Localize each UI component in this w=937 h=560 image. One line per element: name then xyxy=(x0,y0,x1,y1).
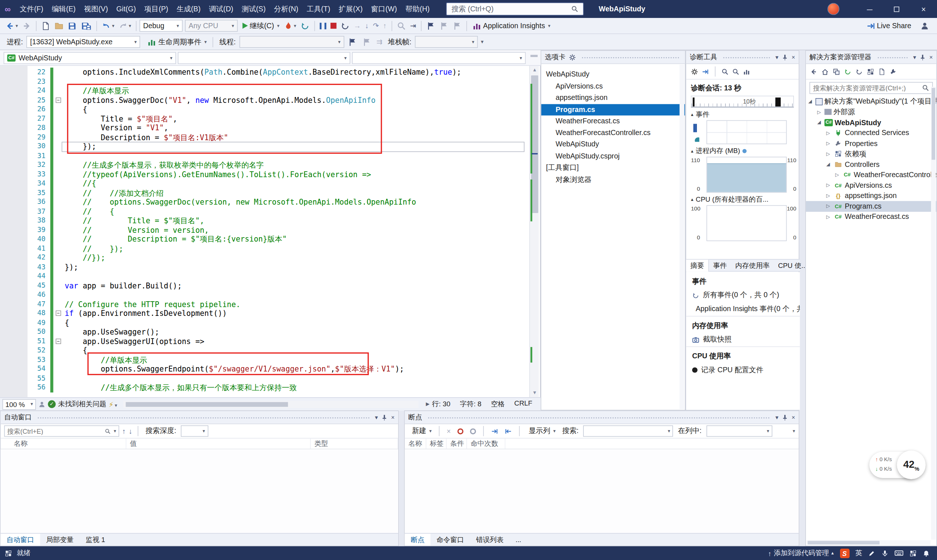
line-indicator[interactable]: 行: 30 xyxy=(432,400,450,409)
tree-item-依赖项[interactable]: ▷依赖项 xyxy=(806,149,937,159)
tabs-panel-scrollbar[interactable] xyxy=(680,65,685,409)
code-line-49[interactable]: 49{ xyxy=(0,318,529,327)
autos-grid-body[interactable] xyxy=(1,449,398,546)
quick-search-box[interactable]: 搜索 (Ctrl+Q) xyxy=(446,3,584,16)
ime-grid-icon[interactable] xyxy=(909,549,917,557)
code-line-48[interactable]: 48−if (app.Environment.IsDevelopment()) xyxy=(0,309,529,318)
menu-扩展(X)[interactable]: 扩展(X) xyxy=(335,0,367,18)
code-line-33[interactable]: 33 //typeof(ApiVersions).GetEnumNames().… xyxy=(0,169,529,178)
delete-breakpoint-button[interactable]: × xyxy=(445,425,452,438)
step-into-button[interactable]: ↓ xyxy=(363,19,371,32)
code-line-56[interactable]: 56 //生成多个版本显示，如果只有一个版本要和上方保持一致 xyxy=(0,383,529,392)
sync-icon[interactable] xyxy=(844,68,851,75)
delete-all-breakpoints-button[interactable] xyxy=(456,425,465,438)
minimize-button[interactable]: ─ xyxy=(856,0,883,18)
autos-search-input[interactable] xyxy=(7,428,103,435)
import-breakpoints-button[interactable] xyxy=(503,425,514,438)
next-bookmark-button[interactable] xyxy=(451,19,463,32)
continue-button[interactable]: 继续(C)▾ xyxy=(241,19,282,32)
show-all-files-icon[interactable] xyxy=(879,68,886,75)
autos-tab-监视 1[interactable]: 监视 1 xyxy=(80,534,111,546)
breakpoints-column-标签[interactable]: 标签 xyxy=(426,438,447,449)
open-document-WeatherForecastController.cs[interactable]: WeatherForecastController.cs xyxy=(542,127,685,139)
cpu-section-header[interactable]: ▴CPU (所有处理器的百... xyxy=(686,192,799,204)
breakpoints-search-input[interactable] xyxy=(586,428,665,435)
tree-item-Properties[interactable]: ▷Properties xyxy=(806,138,937,149)
usage-percent-bubble[interactable]: 42 % xyxy=(897,451,926,479)
code-line-25[interactable]: 25− options.SwaggerDoc("V1", new Microso… xyxy=(0,95,529,105)
stop-debugging-button[interactable] xyxy=(329,19,338,32)
open-document-ApiVersions.cs[interactable]: ApiVersions.cs xyxy=(542,80,685,92)
close-button[interactable]: × xyxy=(910,0,937,18)
code-fix-icon[interactable]: ⚡▾ xyxy=(109,400,117,408)
autos-column-类型[interactable]: 类型 xyxy=(311,438,398,449)
toolbar-overflow-button[interactable]: ▾ xyxy=(481,39,483,45)
code-line-39[interactable]: 39 // Version = version, xyxy=(0,225,529,234)
editor-vertical-scrollbar[interactable]: ▲ ▼ xyxy=(529,66,539,397)
fold-toggle-icon[interactable]: − xyxy=(55,311,61,316)
code-line-50[interactable]: 50 app.UseSwagger(); xyxy=(0,327,529,336)
memory-section-header[interactable]: ▴进程内存 (MB) xyxy=(686,144,799,155)
breakpoints-column-条件[interactable]: 条件 xyxy=(446,438,467,449)
open-document-WebApiStudy.csproj[interactable]: WebApiStudy.csproj xyxy=(542,151,685,162)
code-line-26[interactable]: 26 { xyxy=(0,105,529,114)
scroll-right-icon[interactable]: ▶ xyxy=(426,402,430,407)
code-line-47[interactable]: 47// Configure the HTTP request pipeline… xyxy=(0,299,529,309)
step-over-button[interactable]: ↷ xyxy=(371,19,381,32)
tree-item-Connected-Services[interactable]: ▷Connected Services xyxy=(806,128,937,138)
open-document-对象浏览器[interactable]: 对象浏览器 xyxy=(542,174,685,186)
solution-explorer-header[interactable]: 解决方案资源管理器 ▾ × xyxy=(806,51,937,64)
fold-toggle-icon[interactable]: − xyxy=(55,338,61,344)
solution-vertical-scrollbar[interactable] xyxy=(931,87,936,540)
export-icon[interactable] xyxy=(702,68,709,75)
chevron-down-icon[interactable]: ▾ xyxy=(775,54,779,60)
zoom-out-icon[interactable] xyxy=(732,68,740,75)
chart-options-icon[interactable] xyxy=(743,68,750,75)
code-line-27[interactable]: 27 Title = $"项目名", xyxy=(0,114,529,123)
chevron-collapsed-icon[interactable]: ▷ xyxy=(826,183,834,188)
redo-button[interactable]: ▾ xyxy=(117,19,133,32)
menu-视图(V)[interactable]: 视图(V) xyxy=(80,0,112,18)
menu-分析(N)[interactable]: 分析(N) xyxy=(270,0,302,18)
zoom-dropdown[interactable]: 100 %▾ xyxy=(3,398,36,409)
search-down-icon[interactable]: ↓ xyxy=(129,427,132,435)
close-icon[interactable]: × xyxy=(929,54,933,60)
menu-项目(P)[interactable]: 项目(P) xyxy=(140,0,172,18)
autos-column-名称[interactable]: 名称 xyxy=(1,438,127,449)
disable-all-breakpoints-button[interactable] xyxy=(468,425,478,438)
application-insights-dropdown[interactable]: Application Insights▾ xyxy=(470,21,553,31)
breakpoints-column-命中次数[interactable]: 命中次数 xyxy=(467,438,505,449)
autos-tab-自动窗口[interactable]: 自动窗口 xyxy=(1,534,40,546)
save-all-button[interactable] xyxy=(79,19,93,32)
autos-search-box[interactable]: ▾ xyxy=(4,425,119,437)
feedback-icon[interactable] xyxy=(38,400,46,408)
solution-search-box[interactable] xyxy=(809,82,933,94)
restart-debugging-button[interactable] xyxy=(338,19,351,32)
app-insights-events-link[interactable]: Application Insights 事件(0 个，共 0 个) xyxy=(686,302,800,316)
tree-item-WeatherForecast.cs[interactable]: ▷C#WeatherForecast.cs xyxy=(806,212,937,222)
in-column-box[interactable]: ▾ xyxy=(706,425,772,437)
code-line-35[interactable]: 35 // //添加文档介绍 xyxy=(0,188,529,197)
restart-app-button[interactable] xyxy=(298,19,311,32)
menu-生成(B)[interactable]: 生成(B) xyxy=(172,0,205,18)
code-line-51[interactable]: 51− app.UseSwaggerUI(options => xyxy=(0,336,529,346)
code-line-23[interactable]: 23 xyxy=(0,77,529,86)
code-line-36[interactable]: 36 // options.SwaggerDoc(version, new Mi… xyxy=(0,197,529,206)
tree-item-Program.cs[interactable]: ▷C#Program.cs xyxy=(806,201,937,212)
code-line-28[interactable]: 28 Version = "V1", xyxy=(0,123,529,132)
diagnostics-tab-内存使用率[interactable]: 内存使用率 xyxy=(731,260,774,272)
save-button[interactable] xyxy=(66,19,78,32)
split-editor-handle[interactable] xyxy=(530,55,538,60)
process-dropdown[interactable]: [13632] WebApiStudy.exe▾ xyxy=(27,36,140,48)
all-events-link[interactable]: 所有事件(0 个，共 0 个) xyxy=(686,288,800,302)
code-line-43[interactable]: 43}); xyxy=(0,262,529,272)
task-center-icon[interactable] xyxy=(5,549,12,557)
close-icon[interactable]: × xyxy=(792,414,795,420)
chevron-collapsed-icon[interactable]: ▷ xyxy=(835,172,843,177)
settings-gear-icon[interactable] xyxy=(691,68,699,75)
breakpoints-header[interactable]: 断点 ▾ × xyxy=(405,411,799,424)
toggle-flagged-only-button[interactable]: ⇉ xyxy=(375,35,384,48)
code-line-31[interactable]: 31 xyxy=(0,151,529,160)
breakpoints-tab-错误列表[interactable]: 错误列表 xyxy=(470,534,509,546)
breakpoints-tab-断点[interactable]: 断点 xyxy=(405,534,431,546)
